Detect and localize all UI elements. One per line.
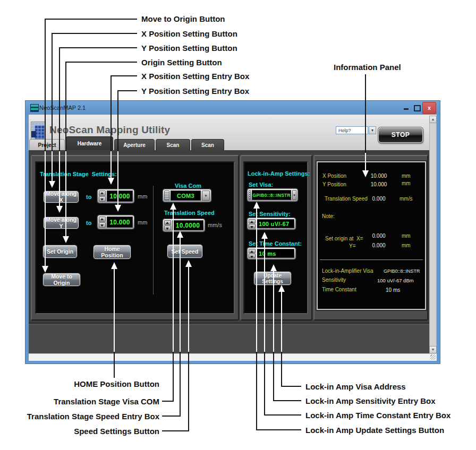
translation-speed-value[interactable]: 10.0000: [172, 220, 203, 230]
lock-in-visa-value[interactable]: GPIB0::8::INSTR: [252, 190, 291, 200]
visa-com-dropdown-arrow-icon[interactable]: ▼: [202, 191, 210, 201]
spin-down-icon[interactable]: [249, 254, 256, 258]
visa-com-value[interactable]: COM3: [171, 191, 201, 201]
connector-line: [162, 416, 181, 417]
callout-lock-in-sensitivity-entry-box: Lock-in Amp Sensitivity Entry Box: [305, 396, 436, 406]
maximize-icon[interactable]: [414, 105, 421, 111]
move-to-origin-button[interactable]: Move to Origin: [43, 273, 80, 286]
spin-up-icon[interactable]: [164, 220, 171, 225]
connector-line: [256, 209, 257, 352]
info-sensitivity-value: 100 uV/-67 dBm: [377, 278, 425, 283]
x-position-value[interactable]: 10.000: [107, 191, 133, 202]
lock-in-visa-dropdown[interactable]: GPIB0::8::INSTR ▼: [247, 188, 298, 202]
sensitivity-entry[interactable]: 100 uV/-67: [247, 218, 296, 230]
spin-up-icon[interactable]: [249, 249, 256, 253]
arrow-down-icon: [108, 178, 114, 185]
stop-button[interactable]: STOP: [378, 127, 423, 143]
callout-lock-in-visa-address: Lock-in Amp Visa Address: [305, 382, 406, 392]
connector-line: [256, 429, 301, 430]
tab-hardware-settings[interactable]: Hardware Settings: [66, 136, 113, 150]
visa-io-icon: [164, 191, 169, 201]
sensitivity-spinner[interactable]: [249, 219, 256, 228]
spin-down-icon[interactable]: [99, 196, 106, 202]
resize-grip-icon[interactable]: [430, 354, 436, 360]
spin-up-icon[interactable]: [249, 219, 256, 223]
arrow-up-icon: [170, 203, 176, 210]
spin-up-icon[interactable]: [99, 217, 106, 222]
callout-home-position-button: HOME Position Button: [0, 379, 159, 389]
info-x-position-unit: mm: [402, 173, 411, 179]
connector-line: [273, 271, 274, 352]
connector-line: [110, 75, 137, 76]
connector-line: [180, 352, 181, 416]
x-position-entry[interactable]: 10.000: [97, 189, 134, 203]
connector-line: [59, 47, 60, 151]
arrow-down-icon: [42, 266, 48, 273]
spin-down-icon[interactable]: [99, 222, 106, 228]
arrow-up-icon: [270, 264, 277, 271]
arrow-up-icon: [253, 202, 260, 209]
minimize-icon[interactable]: [404, 108, 409, 110]
set-origin-button[interactable]: Set Origin: [43, 245, 77, 258]
callout-speed-settings-button: Speed Settings Button: [0, 427, 159, 436]
scrollbar[interactable]: [429, 116, 437, 353]
time-constant-entry[interactable]: 10 ms: [247, 247, 296, 259]
connector-line: [45, 19, 137, 20]
callout-x-position-entry-box: X Position Setting Entry Box: [141, 72, 249, 81]
translation-speed-entry[interactable]: 10.0000: [163, 219, 205, 232]
arrow-up-icon: [111, 262, 117, 269]
connector-line: [273, 352, 274, 401]
speed-spinner[interactable]: [164, 220, 171, 230]
sensitivity-value[interactable]: 100 uV/-67: [257, 219, 294, 228]
close-button[interactable]: x: [422, 102, 436, 114]
time-constant-value[interactable]: 10 ms: [257, 249, 294, 258]
connector-line: [264, 414, 301, 416]
update-settings-button[interactable]: Update Settings: [254, 272, 291, 285]
scrollbar-up-icon[interactable]: ▲: [429, 116, 437, 123]
connector-line: [281, 352, 282, 387]
x-position-spinner[interactable]: [99, 191, 106, 202]
arrow-down-icon: [362, 170, 369, 177]
set-sensitivity-label: Set Sensitivity:: [249, 211, 291, 217]
connector-line: [59, 47, 137, 48]
spin-down-icon[interactable]: [164, 226, 171, 230]
scrollbar-down-icon[interactable]: ▼: [429, 346, 437, 353]
connector-line: [188, 267, 189, 352]
arrow-down-icon: [49, 181, 55, 188]
connector-line: [365, 74, 366, 153]
info-time-constant-value: 10 ms: [386, 287, 407, 293]
arrow-down-icon: [63, 236, 69, 243]
callout-origin-setting-button: Origin Setting Button: [141, 58, 222, 67]
tab-scan-control[interactable]: Scan Control: [191, 139, 224, 150]
callout-translation-stage-speed-entry-box: Translation Stage Speed Entry Box: [0, 412, 159, 421]
info-set-origin-y-unit: mm: [402, 243, 411, 248]
y-position-entry[interactable]: 10.000: [97, 215, 134, 229]
help-dropdown[interactable]: Help?: [336, 126, 368, 134]
callout-x-position-setting-button: X Position Setting Button: [141, 29, 237, 39]
to-label-x: to: [86, 194, 91, 200]
arrow-up-icon: [177, 231, 183, 238]
move-along-y-button[interactable]: Move along Y: [44, 217, 79, 229]
y-position-spinner[interactable]: [99, 217, 106, 228]
callout-y-position-entry-box: Y Position Setting Entry Box: [141, 86, 249, 96]
tab-aperture-settings[interactable]: Aperture Settings: [114, 139, 155, 150]
help-dropdown-arrow-icon[interactable]: ▼: [369, 126, 376, 134]
connector-line: [173, 210, 174, 352]
info-x-position-label: X Position: [322, 173, 346, 179]
spin-down-icon[interactable]: [249, 224, 256, 228]
arrow-up-icon: [185, 260, 192, 267]
visa-com-dropdown[interactable]: COM3 ▼: [163, 189, 211, 202]
info-y-position-label: Y Position: [322, 181, 346, 187]
tab-scan-settings[interactable]: Scan Settings: [156, 139, 190, 150]
lock-in-visa-dropdown-arrow-icon[interactable]: ▼: [292, 190, 296, 200]
home-position-button[interactable]: Home Position: [94, 245, 131, 259]
app-logo-letter: [31, 131, 36, 137]
move-along-x-button[interactable]: Move along X: [44, 191, 79, 203]
time-constant-spinner[interactable]: [249, 249, 256, 258]
callout-information-panel: Information Panel: [334, 63, 401, 72]
y-position-value[interactable]: 10.000: [107, 217, 133, 228]
y-position-unit: mm: [138, 219, 147, 226]
spin-up-icon[interactable]: [99, 191, 106, 196]
visa-io-icon: [249, 190, 251, 200]
figure-canvas: NeoScanMAP 2.1 x NeoScan Mapping Utility…: [0, 0, 476, 450]
